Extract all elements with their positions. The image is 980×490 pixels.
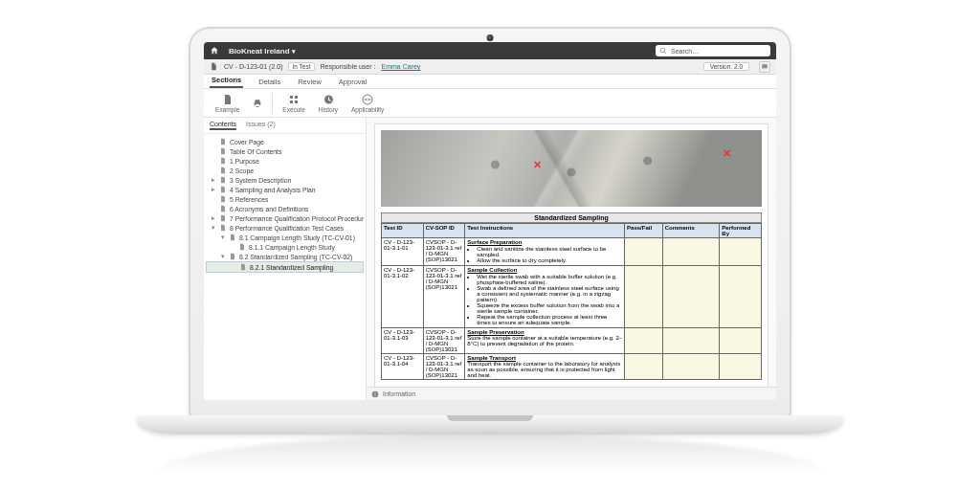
table-row: CV - D-123-01-3.1-03CVSOP - D-123-01-3.1…	[382, 328, 762, 354]
tree-item[interactable]: 5 References	[206, 194, 364, 204]
tab-sections[interactable]: Sections	[210, 76, 243, 88]
tool-applicability[interactable]: Applicability	[345, 94, 390, 113]
tree-item[interactable]: 8.1.1 Campaign Length Study	[206, 242, 364, 252]
responsible-user-link[interactable]: Emma Carey	[381, 63, 420, 70]
reflection	[156, 434, 824, 473]
toolbar: Example Execute History Applicability	[204, 89, 776, 118]
tree-item[interactable]: 6 Acronyms and Definitions	[206, 204, 364, 213]
laptop-base	[137, 415, 843, 434]
document-page: ✕ ✕ Standardized Sampling Test IDCV-SOP …	[374, 123, 768, 389]
search-input[interactable]: Search…	[656, 45, 770, 56]
tabstrip: Sections Details Review Approval	[204, 75, 776, 89]
tool-execute[interactable]: Execute	[277, 94, 311, 113]
version-selector[interactable]: Version: 2.0	[703, 62, 749, 71]
sidebar: Contents Issues (2) Cover PageTable Of C…	[204, 118, 367, 400]
tree-item[interactable]: ▸3 System Description	[206, 175, 364, 185]
info-icon	[371, 390, 379, 398]
comments-icon[interactable]	[759, 61, 770, 73]
search-placeholder: Search…	[671, 48, 699, 55]
table-header: Test Instructions	[465, 224, 625, 238]
info-footer[interactable]: Information	[367, 387, 776, 400]
org-selector[interactable]: BioKneat Ireland	[229, 47, 296, 56]
tree-item[interactable]: 8.2.1 Standardized Sampling	[206, 261, 364, 273]
tree-item[interactable]: 2 Scope	[206, 166, 364, 175]
equipment-image: ✕ ✕	[381, 130, 762, 207]
document-bar: CV - D-123-01 (2.0) In Test Responsible …	[204, 59, 776, 75]
tool-example[interactable]: Example	[210, 94, 245, 113]
table-header: CV-SOP ID	[423, 224, 465, 238]
responsible-label: Responsible user :	[321, 63, 376, 70]
tree-item[interactable]: ▸7 Performance Qualification Protocol Pr…	[206, 213, 364, 223]
tree-item[interactable]: Cover Page	[206, 137, 364, 146]
tree-item[interactable]: ▾8 Performance Qualification Test Cases	[206, 223, 364, 233]
app-screen: BioKneat Ireland Search… CV - D-123-01 (…	[204, 42, 776, 400]
tool-execute-label: Execute	[282, 106, 305, 113]
tree-item[interactable]: 1 Purpose	[206, 156, 364, 166]
webcam	[487, 34, 494, 41]
tree-item[interactable]: ▾8.1 Campaign Length Study (TC-CV-01)	[206, 233, 364, 242]
tool-applicability-label: Applicability	[351, 106, 384, 113]
table-caption: Standardized Sampling	[381, 212, 762, 223]
status-badge: In Test	[288, 62, 314, 71]
search-icon	[659, 47, 667, 55]
table-header: Performed By	[720, 224, 762, 238]
tree-item[interactable]: Table Of Contents	[206, 146, 364, 156]
table-header: Comments	[662, 224, 720, 238]
tab-details[interactable]: Details	[256, 78, 282, 88]
sidebar-tab-contents[interactable]: Contents	[210, 121, 236, 130]
table-header: Test ID	[382, 224, 424, 238]
home-icon[interactable]	[210, 46, 221, 56]
document-code: CV - D-123-01 (2.0)	[224, 63, 282, 70]
tool-history-label: History	[319, 106, 338, 113]
content-pane[interactable]: ✕ ✕ Standardized Sampling Test IDCV-SOP …	[367, 118, 776, 400]
contents-tree: Cover PageTable Of Contents1 Purpose2 Sc…	[204, 134, 366, 400]
table-row: CV - D-123-01-3.1-04CVSOP - D-123-01-3.1…	[382, 354, 762, 380]
table-row: CV - D-123-01-3.1-02CVSOP - D-123-01-3.1…	[382, 266, 762, 328]
tab-review[interactable]: Review	[296, 78, 323, 88]
tool-example-label: Example	[215, 106, 239, 113]
table-row: CV - D-123-01-3.1-01CVSOP - D-123-01-3.1…	[382, 238, 762, 266]
tree-item[interactable]: ▾8.2 Standardized Sampling (TC-CV-02)	[206, 252, 364, 261]
topbar: BioKneat Ireland Search…	[204, 42, 776, 59]
tab-approval[interactable]: Approval	[337, 78, 369, 88]
sampling-table: Standardized Sampling Test IDCV-SOP IDTe…	[381, 212, 762, 380]
sidebar-tab-issues[interactable]: Issues (2)	[246, 121, 276, 130]
separator	[272, 93, 273, 114]
document-icon	[210, 62, 218, 72]
info-label: Information	[383, 390, 415, 397]
table-header: Pass/Fail	[625, 224, 663, 238]
tree-item[interactable]: ▸4 Sampling and Analysis Plan	[206, 185, 364, 194]
tool-history[interactable]: History	[313, 94, 344, 113]
tool-print[interactable]	[247, 99, 268, 108]
